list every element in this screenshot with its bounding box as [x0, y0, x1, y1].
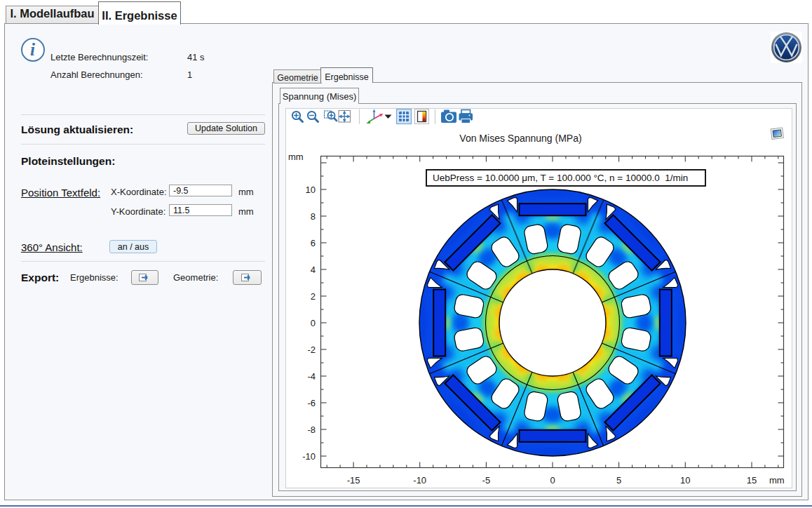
svg-text:-4: -4: [307, 371, 316, 382]
svg-text:10: 10: [306, 185, 316, 195]
svg-text:mm: mm: [288, 152, 304, 162]
svg-text:0: 0: [311, 318, 316, 328]
svg-text:6: 6: [311, 238, 316, 248]
svg-text:-5: -5: [482, 475, 491, 486]
svg-text:-6: -6: [307, 398, 316, 408]
svg-text:-15: -15: [347, 475, 360, 486]
svg-text:2: 2: [311, 291, 316, 302]
svg-text:0: 0: [550, 475, 555, 486]
svg-text:-10: -10: [302, 451, 316, 462]
svg-text:mm: mm: [769, 475, 785, 486]
svg-text:15: 15: [747, 475, 757, 486]
svg-text:-10: -10: [413, 475, 426, 486]
svg-text:4: 4: [311, 265, 316, 275]
svg-text:-2: -2: [307, 345, 316, 355]
svg-text:UebPress = 10.0000 μm, T = 100: UebPress = 10.0000 μm, T = 100.000 °C, n…: [433, 173, 688, 183]
svg-text:10: 10: [680, 475, 690, 486]
svg-text:-8: -8: [307, 425, 316, 435]
svg-text:8: 8: [311, 211, 316, 222]
svg-text:5: 5: [616, 475, 621, 486]
svg-text:Von Mises Spannung (MPa): Von Mises Spannung (MPa): [459, 133, 581, 144]
